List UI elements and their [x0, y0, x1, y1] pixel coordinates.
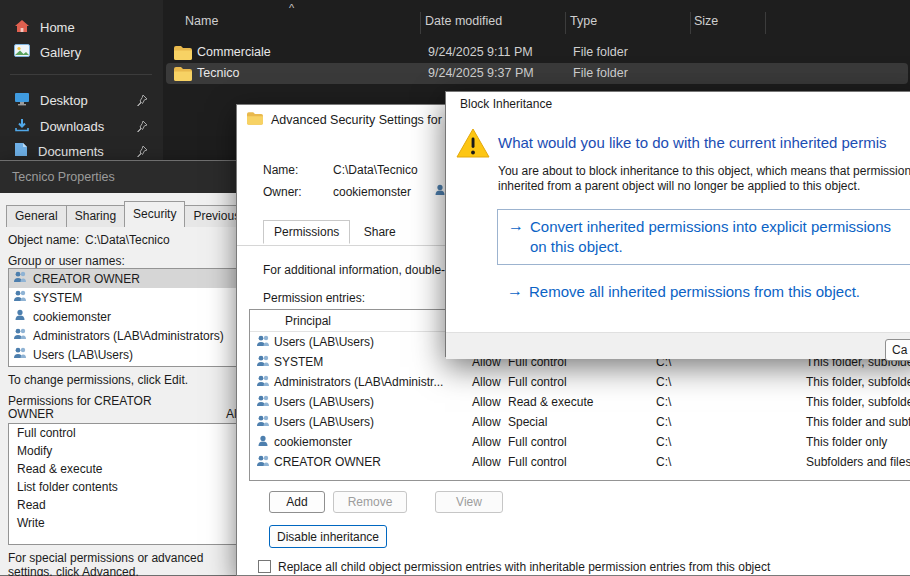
entry-access: Full control	[508, 375, 567, 389]
dialog-title-bar: Block Inheritance	[446, 92, 910, 116]
column-header-type[interactable]: Type	[570, 14, 597, 28]
entry-applies-to: This folder and subf	[806, 415, 910, 429]
cancel-button[interactable]: Ca	[885, 339, 910, 361]
sidebar-item-gallery[interactable]: Gallery	[8, 40, 156, 64]
column-divider[interactable]	[690, 12, 691, 34]
file-name: Commerciale	[197, 45, 271, 59]
pin-icon	[136, 94, 148, 106]
file-type: File folder	[573, 45, 628, 59]
column-header-name[interactable]: Name	[185, 14, 218, 28]
remove-button[interactable]: Remove	[333, 491, 407, 513]
entry-applies-to: This folder, subfolde	[806, 375, 910, 389]
group-or-user-names-label: Group or user names:	[8, 254, 125, 268]
sidebar-item-home[interactable]: Home	[8, 15, 156, 39]
replace-permissions-checkbox[interactable]	[258, 560, 271, 573]
warning-icon	[456, 128, 490, 161]
permission-item[interactable]: Read & execute	[9, 460, 245, 478]
file-type: File folder	[573, 66, 628, 80]
body-text-line2: inherited from a parent object will no l…	[498, 179, 860, 193]
group-name: Administrators (LAB\Administrators)	[33, 329, 224, 343]
permission-name: List folder contents	[17, 480, 118, 494]
permission-name: Full control	[17, 426, 76, 440]
list-header-principal[interactable]: Principal	[285, 314, 331, 328]
disable-inheritance-button[interactable]: Disable inheritance	[269, 525, 387, 548]
group-icon	[256, 335, 270, 350]
permission-entry-row[interactable]: cookiemonster Allow Full control C:\ Thi…	[250, 432, 910, 452]
user-icon	[256, 435, 270, 450]
permission-entry-row[interactable]: Administrators (LAB\Administr... Allow F…	[250, 372, 910, 392]
entry-access: Special	[508, 415, 547, 429]
pin-icon	[136, 120, 148, 132]
entry-type: Allow	[472, 375, 501, 389]
entry-access: Full control	[508, 455, 567, 469]
entry-principal: Administrators (LAB\Administr...	[274, 375, 443, 389]
object-name-value: C:\Data\Tecnico	[85, 233, 170, 247]
group-list-item[interactable]: Administrators (LAB\Administrators)	[9, 326, 245, 345]
group-name: CREATOR OWNER	[33, 272, 140, 286]
add-button[interactable]: Add	[269, 491, 325, 513]
file-name: Tecnico	[197, 66, 239, 80]
body-text-line1: You are about to block inheritance to th…	[498, 164, 910, 178]
folder-icon	[174, 67, 192, 84]
permission-item[interactable]: Write	[9, 514, 245, 532]
group-list-item[interactable]: CREATOR OWNER	[9, 269, 245, 288]
entry-type: Allow	[472, 415, 501, 429]
permission-name: Read & execute	[17, 462, 102, 476]
group-icon	[13, 271, 27, 286]
group-list-item[interactable]: cookiemonster	[9, 307, 245, 326]
view-button[interactable]: View	[435, 491, 503, 513]
column-divider[interactable]	[765, 12, 766, 34]
documents-icon	[14, 142, 28, 160]
permission-entries-label: Permission entries:	[263, 291, 365, 305]
sidebar-item-label: Documents	[38, 144, 104, 159]
entry-principal: Users (LAB\Users)	[274, 395, 374, 409]
owner-label: Owner:	[263, 185, 302, 199]
tab-general[interactable]: General	[6, 205, 67, 227]
group-list-item[interactable]: Users (LAB\Users)	[9, 345, 245, 364]
remove-permissions-label: Remove all inherited permissions from th…	[529, 283, 860, 300]
permission-item[interactable]: Full control	[9, 424, 245, 442]
group-icon	[256, 395, 270, 410]
permission-item[interactable]: List folder contents	[9, 478, 245, 496]
sidebar-item-label: Home	[40, 20, 75, 35]
tab-security[interactable]: Security	[124, 201, 185, 225]
tab-sharing[interactable]: Sharing	[66, 205, 125, 227]
group-name: SYSTEM	[33, 291, 82, 305]
folder-icon	[247, 112, 263, 128]
user-icon	[13, 309, 27, 324]
dialog-title: Tecnico Properties	[12, 170, 115, 184]
additional-info-text: For additional information, double-	[263, 263, 445, 277]
permission-item[interactable]: Modify	[9, 442, 245, 460]
arrow-icon: →	[508, 217, 524, 235]
sort-ascending-icon[interactable]: ^	[289, 2, 294, 14]
group-list-item[interactable]: SYSTEM	[9, 288, 245, 307]
entry-type: Allow	[472, 455, 501, 469]
permission-entry-row[interactable]: CREATOR OWNER Allow Full control C:\ Sub…	[250, 452, 910, 472]
convert-permissions-command-link[interactable]: → Convert inherited permissions into exp…	[497, 209, 910, 265]
sidebar-item-desktop[interactable]: Desktop	[8, 88, 156, 112]
permission-item[interactable]: Read	[9, 496, 245, 514]
column-divider[interactable]	[565, 12, 566, 34]
group-icon	[13, 328, 27, 343]
tab-share[interactable]: Share	[354, 221, 406, 243]
column-header-size[interactable]: Size	[694, 14, 718, 28]
entry-type: Allow	[472, 435, 501, 449]
column-divider[interactable]	[420, 12, 421, 34]
convert-permissions-label: Convert inherited permissions into expli…	[530, 217, 902, 257]
file-row-commerciale[interactable]: Commerciale 9/24/2025 9:11 PM File folde…	[166, 42, 908, 63]
file-row-tecnico[interactable]: Tecnico 9/24/2025 9:37 PM File folder	[166, 63, 908, 84]
edit-hint-text: To change permissions, click Edit.	[8, 373, 188, 387]
group-name: Users (LAB\Users)	[33, 348, 133, 362]
advanced-tab-strip: Permissions Share	[263, 219, 406, 243]
column-header-date-modified[interactable]: Date modified	[425, 14, 502, 28]
permission-entry-row[interactable]: Users (LAB\Users) Allow Read & execute C…	[250, 392, 910, 412]
entry-principal: Users (LAB\Users)	[274, 415, 374, 429]
remove-permissions-command-link[interactable]: → Remove all inherited permissions from …	[497, 278, 910, 308]
gallery-icon	[14, 44, 30, 60]
sidebar-item-downloads[interactable]: Downloads	[8, 114, 156, 138]
entry-applies-to: Subfolders and files	[806, 455, 910, 469]
owner-value: cookiemonster	[333, 185, 411, 199]
permission-entry-row[interactable]: Users (LAB\Users) Allow Special C:\ This…	[250, 412, 910, 432]
entry-principal: cookiemonster	[274, 435, 352, 449]
tab-permissions[interactable]: Permissions	[263, 220, 350, 244]
